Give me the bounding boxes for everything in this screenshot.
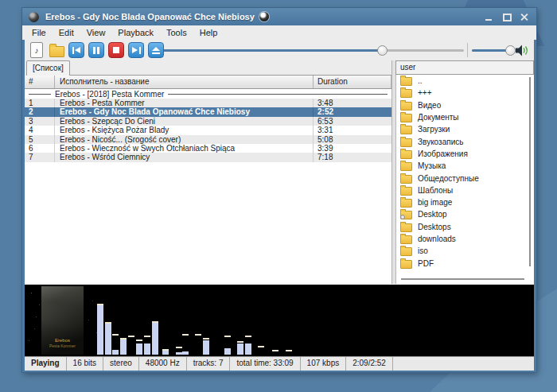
- folder-item-+++[interactable]: +++: [396, 87, 534, 99]
- group-line: [29, 94, 51, 95]
- folder-item-pdf[interactable]: PDF: [396, 257, 534, 269]
- folder-icon: [400, 150, 412, 159]
- volume-handle[interactable]: [505, 45, 516, 56]
- current-path[interactable]: user: [395, 60, 534, 75]
- toolbar-separator: [467, 43, 468, 57]
- seek-slider[interactable]: [150, 49, 464, 52]
- menu-item-tools[interactable]: Tools: [160, 27, 193, 38]
- spectrum-peak: [152, 321, 158, 323]
- column-header-artist-title[interactable]: Исполнитель - название: [55, 76, 314, 88]
- visualization-panel: Erebos Pesta Kommer: [25, 285, 534, 356]
- table-row[interactable]: 7Erebos - Wśród Ciemnicy7:18: [25, 153, 391, 161]
- table-row[interactable]: 1Erebos - Pesta Kommer3:48: [25, 99, 391, 107]
- column-header-number[interactable]: #: [25, 76, 55, 88]
- folder-item-..[interactable]: ..: [396, 75, 534, 87]
- folder-item-документы[interactable]: Документы: [396, 111, 534, 123]
- table-row[interactable]: 2Erebos - Gdy Noc Blada Opanować Chce Ni…: [25, 107, 391, 116]
- status-item: stereo: [103, 357, 139, 371]
- spectrum-peak: [224, 336, 231, 337]
- folder-item-общедоступные[interactable]: Общедоступные: [396, 172, 534, 184]
- menu-item-playback[interactable]: Playback: [111, 27, 160, 38]
- menu-item-edit[interactable]: Edit: [53, 27, 80, 38]
- folder-item-загрузки[interactable]: Загрузки: [396, 123, 534, 135]
- track-number: 7: [25, 153, 55, 161]
- vertical-scrollbar[interactable]: [529, 77, 531, 266]
- folder-item-звукозапись[interactable]: Звукозапись: [396, 135, 534, 147]
- spectrum-peak: [182, 334, 189, 336]
- spectrum-peak: [112, 334, 119, 336]
- folder-label: Документы: [418, 113, 459, 122]
- stop-button[interactable]: [108, 42, 124, 58]
- folder-item-desktop[interactable]: Desktop: [396, 208, 534, 220]
- folder-icon: [400, 247, 412, 256]
- spectrum-peak: [120, 338, 127, 340]
- tab-playlist[interactable]: [Список]: [26, 60, 70, 76]
- table-row[interactable]: 4Erebos - Księżyca Pożar Blady3:31: [25, 126, 391, 134]
- volume-slider[interactable]: [472, 49, 512, 52]
- spectrum-bar: [105, 324, 111, 355]
- column-header-duration[interactable]: Duration: [314, 76, 391, 88]
- spectrum-bar: [176, 352, 182, 355]
- spectrum-peak: [162, 349, 169, 351]
- folder-item-iso[interactable]: iso: [396, 245, 534, 257]
- table-row[interactable]: 5Erebos - Nicość... (Srogość cover)5:08: [25, 135, 391, 144]
- spectrum-bar: [136, 343, 142, 355]
- spectrum-peak: [245, 336, 251, 337]
- track-duration: 6:53: [314, 117, 391, 126]
- folder-item-big-image[interactable]: big image: [396, 196, 534, 208]
- folder-icon: [400, 162, 412, 171]
- prev-button[interactable]: [68, 42, 84, 58]
- menu-item-help[interactable]: Help: [193, 27, 224, 38]
- spectrum-peak: [195, 334, 201, 336]
- playlist-pane: [Список] # Исполнитель - название Durati…: [25, 60, 392, 284]
- track-number: 1: [25, 99, 55, 107]
- seek-handle[interactable]: [377, 45, 388, 56]
- eject-icon: [152, 47, 160, 54]
- volume-fill: [472, 49, 510, 52]
- spectrum-peak: [97, 304, 103, 305]
- folder-label: Звукозапись: [418, 138, 463, 146]
- folder-label: Загрузки: [418, 125, 450, 134]
- horizontal-scrollbar[interactable]: [401, 278, 524, 280]
- table-row[interactable]: 6Erebos - Wieczność w Swych Otchłaniach …: [25, 144, 391, 153]
- spectrum-bar: [237, 343, 243, 355]
- folder-label: big image: [418, 198, 452, 207]
- folder-icon: [400, 77, 412, 86]
- status-item: total time: 33:09: [230, 357, 300, 371]
- folder-item-изображения[interactable]: Изображения: [396, 148, 534, 160]
- folder-item-видео[interactable]: Видео: [396, 99, 534, 111]
- eject-button[interactable]: [148, 42, 164, 58]
- folder-label: Шаблоны: [418, 186, 453, 195]
- folder-item-downloads[interactable]: downloads: [396, 233, 534, 245]
- menu-bar: FileEditViewPlaybackToolsHelp: [22, 25, 536, 40]
- folder-item-музыка[interactable]: Музыка: [396, 160, 534, 172]
- window-icon: [29, 12, 39, 22]
- status-item: tracks: 7: [187, 357, 231, 371]
- maximize-button[interactable]: [502, 13, 511, 21]
- tab-strip: [Список]: [25, 60, 391, 76]
- track-title: Erebos - Szepcąc Do Cieni: [55, 117, 314, 126]
- table-row[interactable]: 3Erebos - Szepcąc Do Cieni6:53: [25, 117, 391, 126]
- folder-icon: [400, 211, 412, 219]
- minimize-button[interactable]: [485, 13, 493, 21]
- add-folder-button[interactable]: [49, 42, 64, 58]
- folder-item-шаблоны[interactable]: Шаблоны: [396, 184, 534, 196]
- track-duration: 3:39: [314, 144, 391, 153]
- spectrum-peak: [105, 322, 111, 324]
- close-button[interactable]: [520, 13, 528, 21]
- track-duration: 2:52: [314, 107, 391, 116]
- window-title: Erebos - Gdy Noc Blada Opanować Chce Nie…: [45, 12, 255, 21]
- title-bar[interactable]: Erebos - Gdy Noc Blada Opanować Chce Nie…: [22, 8, 536, 25]
- next-button[interactable]: [128, 42, 144, 58]
- folder-item-desktops[interactable]: Desktops: [396, 221, 534, 233]
- playlist-table: Erebos - [2018] Pesta Kommer 1Erebos - P…: [25, 89, 391, 284]
- menu-item-view[interactable]: View: [80, 27, 112, 38]
- folder-icon: [400, 175, 412, 184]
- spectrum-bar: [144, 343, 150, 355]
- pause-button[interactable]: [88, 42, 104, 58]
- open-file-button[interactable]: ♪: [29, 42, 45, 58]
- menu-item-file[interactable]: File: [25, 27, 53, 38]
- folder-icon: [400, 89, 412, 98]
- folder-label: Desktops: [418, 223, 451, 231]
- track-title: Erebos - Wśród Ciemnicy: [55, 153, 314, 161]
